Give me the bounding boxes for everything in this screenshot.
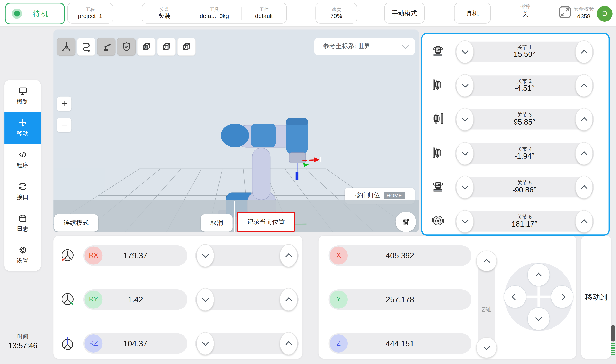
joint-label: 关节 5 xyxy=(517,180,532,186)
sidebar-item-log[interactable]: 日志 xyxy=(4,207,41,239)
rx-increase-button[interactable] xyxy=(280,244,297,267)
sidebar-item-settings[interactable]: 设置 xyxy=(4,239,41,271)
joint-1-decrease-button[interactable] xyxy=(456,40,474,63)
top-bar: 待机 工程 project_1 安装 竖装 工具 defa... 0kg 工件 … xyxy=(0,0,616,27)
joint-5-control: 关节 5 -90.86° xyxy=(455,177,594,197)
axes-icon xyxy=(61,42,71,52)
frame-selector-dropdown[interactable]: 参考坐标系: 世界 xyxy=(314,38,415,55)
joint-row-3: 关节 3 95.85° xyxy=(422,109,609,130)
gear-icon xyxy=(18,245,27,255)
collision-status[interactable]: 碰撞 关 xyxy=(513,3,538,18)
shield-check-icon xyxy=(121,42,131,52)
ry-step-control xyxy=(195,289,299,310)
joint-5-decrease-button[interactable] xyxy=(456,176,474,199)
rz-increase-button[interactable] xyxy=(280,332,297,355)
manual-mode-button[interactable]: 手动模式 xyxy=(384,3,425,23)
status-pill[interactable]: 待机 xyxy=(5,3,65,24)
move-to-button[interactable]: 移动到 xyxy=(581,235,611,359)
z-axis-up-button[interactable] xyxy=(476,250,497,271)
joint-4-decrease-button[interactable] xyxy=(456,142,474,165)
joint-5-increase-button[interactable] xyxy=(575,176,593,199)
speed-box[interactable]: 速度 70% xyxy=(315,3,357,23)
joint-3-increase-button[interactable] xyxy=(575,108,593,131)
dpad-up-button[interactable] xyxy=(527,263,550,286)
workpiece-section[interactable]: 工件 default xyxy=(242,7,286,20)
mount-section[interactable]: 安装 竖装 xyxy=(142,7,187,20)
joint-value: 95.85° xyxy=(514,118,535,127)
tool-section[interactable]: 工具 defa... 0kg xyxy=(187,7,241,20)
workpiece-value: default xyxy=(255,13,273,20)
zoom-out-button[interactable]: − xyxy=(57,118,71,132)
rotation-control-card: RX 179.37 RY xyxy=(54,235,302,359)
adjust-settings-button[interactable] xyxy=(396,211,416,232)
z-axis-label: Z轴 xyxy=(478,306,495,314)
safety-value: d358 xyxy=(577,13,590,20)
joint-2-increase-button[interactable] xyxy=(575,74,593,97)
sidebar-item-interface[interactable]: 接口 xyxy=(4,175,41,207)
joint-row-2: 关节 2 -4.51° xyxy=(422,75,609,96)
real-machine-button[interactable]: 真机 xyxy=(454,3,491,23)
joint-1-increase-button[interactable] xyxy=(575,40,593,63)
cube-top-view-button[interactable] xyxy=(177,38,196,56)
viewport-3d[interactable]: 参考坐标系: 世界 + − 按住归位 HOME 连续模式 取消 记录当前位置 xyxy=(54,29,419,232)
chevron-down-icon xyxy=(462,47,468,54)
time-display: 时间 13:57:46 xyxy=(2,333,43,351)
rx-value: 179.37 xyxy=(83,245,187,266)
joint-6-decrease-button[interactable] xyxy=(456,210,474,233)
ry-increase-button[interactable] xyxy=(280,288,297,311)
workpiece-label: 工件 xyxy=(259,7,269,13)
safety-check[interactable]: 安全校验 d358 xyxy=(558,6,594,21)
chevron-up-icon xyxy=(285,297,292,304)
project-box[interactable]: 工程 project_1 xyxy=(67,3,113,23)
joint-2-decrease-button[interactable] xyxy=(456,74,474,97)
joint-label: 关节 4 xyxy=(517,146,532,152)
rx-decrease-button[interactable] xyxy=(197,244,214,267)
scrollbar-thumb[interactable] xyxy=(611,325,615,341)
rz-decrease-button[interactable] xyxy=(197,332,214,355)
record-position-button[interactable]: 记录当前位置 xyxy=(237,211,295,232)
chevron-down-icon xyxy=(535,314,542,321)
dpad-left-button[interactable] xyxy=(504,286,526,308)
rotate-z-axis-icon xyxy=(59,335,76,354)
axes-tool-button[interactable] xyxy=(57,38,75,56)
chevron-up-icon xyxy=(581,83,587,90)
sidebar-item-move[interactable]: 移动 xyxy=(4,112,41,144)
zoom-in-button[interactable]: + xyxy=(57,97,71,111)
status-dot-icon xyxy=(12,8,22,19)
joint-label: 关节 1 xyxy=(517,44,532,51)
joint-6-increase-button[interactable] xyxy=(575,210,593,233)
joint-3-decrease-button[interactable] xyxy=(456,108,474,131)
time-label: 时间 xyxy=(17,333,28,340)
dpad-down-button[interactable] xyxy=(527,307,550,330)
sidebar-item-program[interactable]: 程序 xyxy=(4,144,41,175)
home-key-badge: HOME xyxy=(384,192,404,199)
avatar[interactable]: D xyxy=(597,6,613,22)
cube-front-view-button[interactable] xyxy=(137,38,156,56)
rz-step-control xyxy=(195,333,299,353)
joint-3-control: 关节 3 95.85° xyxy=(455,109,594,130)
continuous-mode-button[interactable]: 连续模式 xyxy=(54,214,98,232)
app-root: 待机 工程 project_1 安装 竖装 工具 defa... 0kg 工件 … xyxy=(0,0,616,364)
xy-dpad xyxy=(505,263,573,331)
home-label: 按住归位 xyxy=(355,192,380,200)
joint-4-increase-button[interactable] xyxy=(575,142,593,165)
cube-side-icon xyxy=(161,42,172,52)
monitor-icon xyxy=(18,86,27,96)
chevron-down-icon xyxy=(462,217,468,223)
path-tool-button[interactable] xyxy=(77,38,95,56)
joint-value: -90.86° xyxy=(512,186,536,195)
chevron-down-icon xyxy=(483,343,490,350)
chevron-up-icon xyxy=(581,50,587,56)
cancel-button[interactable]: 取消 xyxy=(201,214,233,232)
z-axis-down-button[interactable] xyxy=(476,337,497,358)
rz-value: 104.37 xyxy=(83,333,187,353)
z-axis-slider[interactable]: Z轴 xyxy=(478,251,495,357)
ry-decrease-button[interactable] xyxy=(197,288,214,311)
cube-side-view-button[interactable] xyxy=(157,38,175,56)
mount-tool-workpiece-box[interactable]: 安装 竖装 工具 defa... 0kg 工件 default xyxy=(142,3,287,23)
sidebar-item-overview[interactable]: 概览 xyxy=(4,80,41,112)
shield-tool-button[interactable] xyxy=(117,38,135,56)
divider xyxy=(234,201,235,233)
robot-tool-button[interactable] xyxy=(97,38,116,56)
dpad-right-button[interactable] xyxy=(551,286,574,308)
